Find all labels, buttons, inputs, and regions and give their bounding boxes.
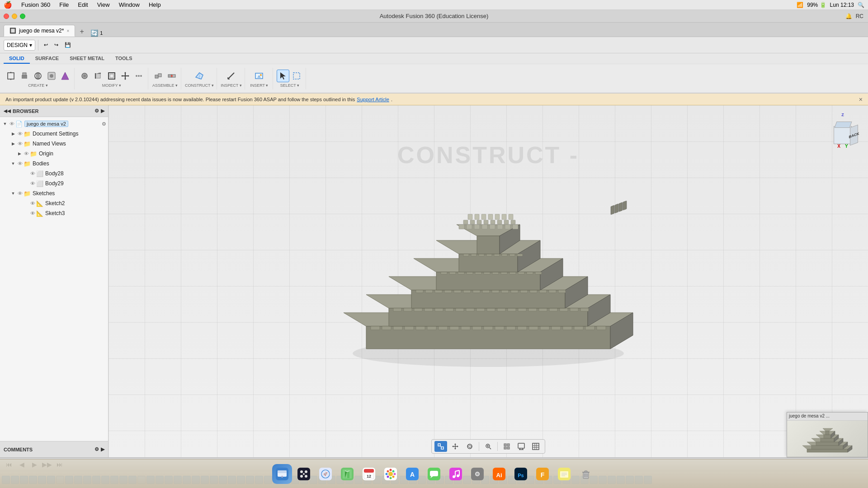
svg-rect-86 xyxy=(549,308,557,311)
comments-expand-icon[interactable]: ▶ xyxy=(101,446,104,452)
visibility-icon-origin[interactable]: 👁 xyxy=(23,151,30,156)
inspect-measure-icon[interactable] xyxy=(225,70,237,82)
fit-view-button[interactable] xyxy=(434,441,447,452)
dock-fusion360[interactable]: F xyxy=(533,464,552,484)
modify-fillet-icon[interactable] xyxy=(92,70,104,82)
undo-button[interactable]: ↩ xyxy=(41,39,51,52)
viewcube-right[interactable]: BACK xyxy=(850,125,858,146)
display-settings-button[interactable] xyxy=(515,441,528,452)
tree-item-bodies[interactable]: ▼ 👁 📁 Bodies xyxy=(0,159,108,169)
create-more-icon[interactable] xyxy=(59,70,71,82)
tree-item-root[interactable]: ▼ 👁 📄 juego de mesa v2 ⚙ xyxy=(0,119,108,129)
maximize-button[interactable] xyxy=(20,14,25,19)
support-article-link[interactable]: Support Article xyxy=(357,97,389,102)
visibility-icon-body28[interactable]: 👁 xyxy=(29,171,36,176)
dock-maps[interactable] xyxy=(337,464,357,484)
browser-expand-icon[interactable]: ▶ xyxy=(101,108,104,114)
modify-more-icon[interactable] xyxy=(132,70,145,82)
svg-marker-165 xyxy=(454,448,456,450)
notification-close-button[interactable]: × xyxy=(859,96,863,103)
create-newbody-icon[interactable] xyxy=(5,70,17,82)
select-box-icon[interactable] xyxy=(290,70,303,82)
dock-photos[interactable] xyxy=(381,464,401,484)
grid-settings-button[interactable] xyxy=(529,441,542,452)
design-dropdown[interactable]: DESIGN ▾ xyxy=(4,40,35,51)
visibility-icon-bodies[interactable]: 👁 xyxy=(16,161,24,166)
create-extrude-icon[interactable] xyxy=(18,70,31,82)
svg-rect-62 xyxy=(585,326,594,330)
close-button[interactable] xyxy=(4,14,9,19)
viewcube[interactable]: Z BACK X Y xyxy=(825,113,861,149)
dock-notes[interactable] xyxy=(554,464,574,484)
tab-tools[interactable]: TOOLS xyxy=(110,54,138,64)
tab-sheetmetal[interactable]: SHEET METAL xyxy=(64,54,110,64)
visibility-icon-namedviews[interactable]: 👁 xyxy=(16,141,24,146)
comments-settings-icon[interactable]: ⚙ xyxy=(94,446,99,452)
tree-item-body28[interactable]: ▶ 👁 ⬜ Body28 xyxy=(0,169,108,178)
active-tab[interactable]: 🔲 juego de mesa v2* × xyxy=(4,25,75,37)
item-settings-icon[interactable]: ⚙ xyxy=(102,121,106,127)
tree-item-sketches[interactable]: ▼ 👁 📁 Sketches xyxy=(0,188,108,198)
select-cursor-icon[interactable] xyxy=(277,70,289,82)
visibility-icon-sketch2[interactable]: 👁 xyxy=(29,201,36,206)
modify-move-icon[interactable] xyxy=(119,70,132,82)
help-icon[interactable]: RC xyxy=(856,13,863,19)
orbit-button[interactable] xyxy=(463,441,476,452)
create-revolve-icon[interactable] xyxy=(32,70,44,82)
apple-menu[interactable]: 🍎 xyxy=(4,1,12,9)
tab-surface[interactable]: SURFACE xyxy=(30,54,65,64)
dock-photoshop[interactable]: Ps xyxy=(511,464,531,484)
visibility-icon-root[interactable]: 👁 xyxy=(8,121,15,127)
zoom-button[interactable] xyxy=(482,441,495,452)
menu-help[interactable]: Help xyxy=(147,1,163,9)
visibility-icon-sketch3[interactable]: 👁 xyxy=(29,211,36,216)
menu-edit[interactable]: Edit xyxy=(76,1,90,9)
svg-rect-47 xyxy=(416,326,425,330)
tree-item-sketch3[interactable]: ▶ 👁 📐 Sketch3 xyxy=(0,208,108,218)
construct-plane-icon[interactable] xyxy=(193,70,206,82)
new-tab-button[interactable]: + xyxy=(77,27,87,37)
menu-view[interactable]: View xyxy=(95,1,112,9)
dock-sysprefs[interactable] xyxy=(467,464,487,484)
assemble-joint-icon[interactable] xyxy=(165,70,178,82)
visibility-icon-docsettings[interactable]: 👁 xyxy=(16,131,24,136)
dock-messages[interactable] xyxy=(424,464,444,484)
tree-item-namedviews[interactable]: ▶ 👁 📁 Named Views xyxy=(0,139,108,149)
browser-settings-icon[interactable]: ⚙ xyxy=(94,108,99,114)
dock-finder[interactable] xyxy=(272,464,292,484)
tree-item-docsettings[interactable]: ▶ 👁 📁 Document Settings xyxy=(0,129,108,139)
assemble-new-icon[interactable] xyxy=(152,70,165,82)
redo-button[interactable]: ↪ xyxy=(52,39,61,52)
visibility-icon-sketches[interactable]: 👁 xyxy=(16,191,24,196)
create-hole-icon[interactable] xyxy=(45,70,58,82)
tab-close-button[interactable]: × xyxy=(66,28,69,33)
visibility-icon-body29[interactable]: 👁 xyxy=(29,181,36,186)
tree-item-sketch2[interactable]: ▶ 👁 📐 Sketch2 xyxy=(0,198,108,208)
tab-solid[interactable]: SOLID xyxy=(4,54,30,64)
dock-music[interactable] xyxy=(446,464,466,484)
browser-collapse-icon[interactable]: ◀◀ xyxy=(4,108,11,113)
search-icon[interactable]: 🔍 xyxy=(858,2,864,8)
dock-calendar[interactable]: 12 xyxy=(359,464,379,484)
dock-appstore[interactable]: A xyxy=(402,464,422,484)
notification-icon[interactable]: 🔔 xyxy=(845,13,852,19)
tree-item-origin[interactable]: ▶ 👁 📁 Origin xyxy=(0,149,108,159)
tree-item-body29[interactable]: ▶ 👁 ⬜ Body29 xyxy=(0,178,108,188)
menu-fusion360[interactable]: Fusion 360 xyxy=(19,1,52,9)
viewcube-top[interactable] xyxy=(834,122,852,128)
dock-safari[interactable] xyxy=(316,464,335,484)
tab-nav-icon[interactable]: 🔄 xyxy=(90,29,98,37)
dock-illustrator[interactable]: Ai xyxy=(489,464,509,484)
menu-file[interactable]: File xyxy=(57,1,71,9)
modify-shell-icon[interactable] xyxy=(105,70,118,82)
menu-window[interactable]: Window xyxy=(117,1,142,9)
insert-image-icon[interactable] xyxy=(253,70,265,82)
dock-launchpad[interactable] xyxy=(294,464,314,484)
modify-press-icon[interactable] xyxy=(78,70,91,82)
view-style-button[interactable] xyxy=(500,441,513,452)
pan-button[interactable] xyxy=(449,441,462,452)
minimize-button[interactable] xyxy=(12,14,17,19)
dock-trash[interactable] xyxy=(576,464,596,484)
viewport[interactable]: CONSTRUCT - xyxy=(108,105,868,457)
save-button[interactable]: 💾 xyxy=(62,39,74,52)
